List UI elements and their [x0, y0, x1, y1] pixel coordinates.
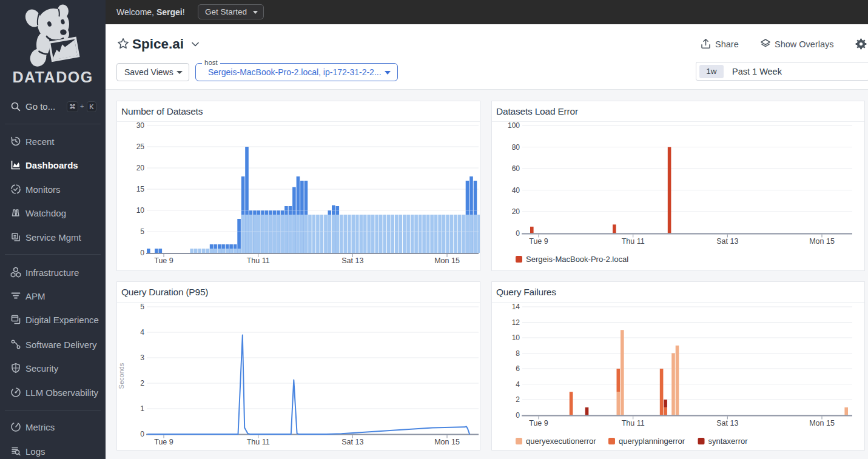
- svg-text:8: 8: [516, 349, 520, 358]
- svg-text:Tue 9: Tue 9: [529, 237, 548, 246]
- svg-text:Thu 11: Thu 11: [622, 419, 645, 427]
- svg-text:15: 15: [136, 185, 145, 193]
- svg-text:Tue 9: Tue 9: [154, 438, 173, 446]
- svg-text:Sat 13: Sat 13: [716, 237, 738, 246]
- svg-text:5: 5: [140, 227, 144, 236]
- svg-text:Mon 15: Mon 15: [434, 438, 460, 446]
- svg-text:Tue 9: Tue 9: [154, 256, 173, 265]
- svg-text:queryplanningerror: queryplanningerror: [619, 437, 685, 446]
- svg-text:Sat 13: Sat 13: [716, 419, 738, 427]
- svg-text:20: 20: [136, 164, 145, 172]
- svg-text:Tue 9: Tue 9: [529, 419, 548, 427]
- svg-text:Mon 15: Mon 15: [809, 419, 835, 427]
- svg-text:10: 10: [136, 206, 145, 215]
- svg-text:4: 4: [516, 380, 520, 389]
- svg-text:Sergeis-MacBook-Pro-2.local: Sergeis-MacBook-Pro-2.local: [526, 255, 628, 264]
- svg-text:0: 0: [140, 249, 144, 257]
- svg-text:Seconds: Seconds: [118, 363, 125, 389]
- svg-text:1: 1: [140, 404, 144, 413]
- svg-text:80: 80: [512, 143, 520, 152]
- svg-text:14: 14: [512, 303, 520, 311]
- svg-text:Sat 13: Sat 13: [341, 256, 363, 265]
- svg-text:0: 0: [140, 430, 144, 438]
- svg-text:5: 5: [140, 303, 144, 311]
- svg-text:40: 40: [512, 186, 520, 195]
- svg-text:0: 0: [516, 229, 520, 238]
- svg-text:Sat 13: Sat 13: [341, 438, 363, 446]
- svg-text:Thu 11: Thu 11: [622, 237, 645, 246]
- svg-text:Mon 15: Mon 15: [809, 237, 835, 246]
- svg-text:25: 25: [136, 142, 145, 151]
- svg-text:60: 60: [512, 164, 520, 173]
- svg-text:10: 10: [512, 333, 520, 342]
- svg-text:100: 100: [508, 122, 520, 130]
- svg-text:2: 2: [140, 379, 144, 387]
- svg-text:20: 20: [512, 207, 520, 216]
- svg-text:Mon 15: Mon 15: [434, 256, 460, 265]
- svg-text:queryexecutionerror: queryexecutionerror: [526, 437, 596, 446]
- svg-text:Thu 11: Thu 11: [247, 256, 270, 265]
- svg-text:0: 0: [516, 411, 520, 420]
- svg-text:syntaxerror: syntaxerror: [708, 437, 749, 446]
- svg-text:12: 12: [512, 318, 520, 327]
- svg-text:3: 3: [140, 353, 144, 362]
- svg-text:6: 6: [516, 364, 520, 373]
- svg-text:Thu 11: Thu 11: [247, 438, 270, 446]
- svg-text:2: 2: [516, 395, 520, 404]
- svg-text:30: 30: [136, 122, 145, 130]
- svg-text:4: 4: [140, 328, 144, 337]
